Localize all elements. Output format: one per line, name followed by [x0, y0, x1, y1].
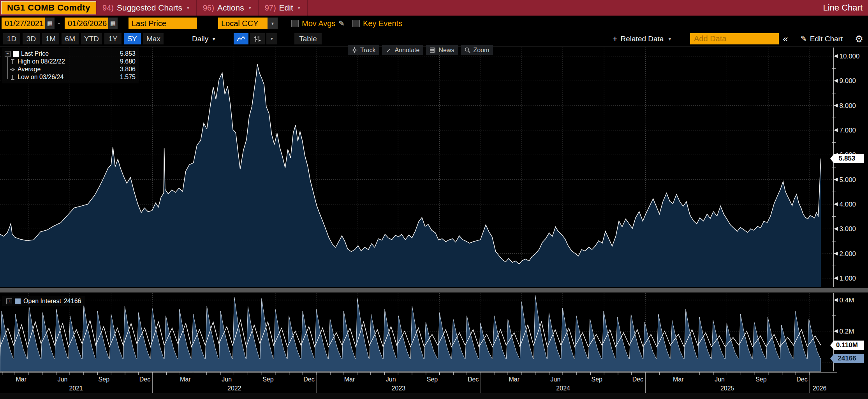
- date-from-value: 01/27/2021: [5, 19, 44, 28]
- chevron-down-icon: ▼: [248, 6, 252, 10]
- table-label: Table: [299, 35, 317, 43]
- mov-avgs-checkbox[interactable]: [291, 20, 299, 27]
- period-tab-1d[interactable]: 1D: [3, 33, 20, 44]
- crosshair-icon: [352, 47, 357, 53]
- calendar-icon[interactable]: ▦: [108, 18, 118, 29]
- average-marker-icon: [10, 67, 15, 72]
- month-label: Mar: [180, 376, 191, 383]
- legend-value: 3.806: [120, 66, 136, 73]
- legend-item-last-price[interactable]: − Last Price 5.853: [5, 50, 136, 58]
- price-axis-label-arrow: [834, 227, 838, 231]
- legend-value: 1.575: [120, 74, 136, 81]
- menu-label: Suggested Charts: [117, 3, 182, 12]
- period-tab-max[interactable]: Max: [143, 33, 164, 44]
- open-interest-area: [0, 295, 821, 371]
- price-axis-label-arrow: [834, 178, 838, 182]
- menu-suggested-charts[interactable]: 94) Suggested Charts ▼: [96, 0, 197, 16]
- period-tab-ytd[interactable]: YTD: [81, 33, 102, 44]
- line-chart-type-button[interactable]: [234, 33, 248, 44]
- table-button[interactable]: Table: [294, 33, 322, 44]
- line-chart-icon: [237, 36, 245, 42]
- menu-actions[interactable]: 96) Actions ▼: [197, 0, 259, 16]
- month-label: Jun: [386, 376, 396, 383]
- expand-legend-icon[interactable]: +: [6, 298, 12, 304]
- news-button[interactable]: News: [426, 45, 458, 55]
- key-events-label[interactable]: Key Events: [363, 18, 402, 29]
- oi-axis-label-arrow: [834, 298, 838, 302]
- annotate-button[interactable]: Annotate: [382, 45, 423, 55]
- menu-label: Edit: [279, 3, 293, 12]
- month-label: Jun: [551, 376, 561, 383]
- period-label: 1D: [7, 35, 16, 43]
- menu-number: 96): [203, 4, 214, 12]
- pencil-icon: ✎: [801, 34, 807, 43]
- magnifier-icon: [465, 47, 470, 53]
- price-axis-label-arrow: [834, 252, 838, 256]
- lower-panel-legend[interactable]: + Open Interest 24166: [2, 296, 85, 306]
- period-tab-1m[interactable]: 1M: [42, 33, 59, 44]
- month-label: Sep: [99, 376, 110, 383]
- related-data-button[interactable]: + Related Data ▼: [603, 33, 681, 44]
- legend-label: High on 08/22/22: [18, 58, 65, 65]
- edit-chart-label: Edit Chart: [810, 35, 843, 43]
- legend-item-high[interactable]: High on 08/22/22 9.680: [5, 58, 136, 65]
- legend-item-low[interactable]: Low on 03/26/24 1.575: [5, 73, 136, 81]
- turnover-line: [0, 320, 821, 347]
- add-data-placeholder: Add Data: [694, 34, 726, 43]
- frequency-dropdown[interactable]: Daily ▼: [186, 33, 222, 44]
- date-to-input[interactable]: 01/26/2026: [65, 18, 114, 29]
- month-label: Jun: [222, 376, 232, 383]
- chevron-down-icon: ▼: [667, 37, 672, 41]
- menu-number: 94): [102, 4, 114, 12]
- edit-chart-button[interactable]: ✎ Edit Chart: [794, 33, 849, 44]
- mov-avgs-label[interactable]: Mov Avgs ✎: [302, 18, 345, 29]
- settings-button[interactable]: ⚙: [852, 33, 866, 44]
- period-tab-1y[interactable]: 1Y: [104, 33, 121, 44]
- year-label: 2023: [392, 385, 406, 392]
- last-price-tag-value: 5.853: [839, 155, 856, 162]
- calendar-icon[interactable]: ▦: [45, 18, 55, 29]
- pencil-icon[interactable]: ✎: [338, 19, 345, 28]
- date-from-input[interactable]: 01/27/2021: [2, 18, 51, 29]
- period-tab-5y[interactable]: 5Y: [124, 33, 141, 44]
- date-range-separator: -: [58, 18, 60, 29]
- period-tab-3d[interactable]: 3D: [23, 33, 40, 44]
- date-to-value: 01/26/2026: [68, 19, 107, 28]
- period-label: 6M: [65, 35, 75, 43]
- oi-blue-tag-value: 24166: [838, 355, 856, 362]
- bar-chart-type-button[interactable]: [250, 33, 265, 44]
- legend-item-average[interactable]: Average 3.806: [5, 65, 136, 73]
- legend-label: Last Price: [21, 50, 49, 57]
- key-events-text: Key Events: [363, 19, 402, 28]
- chart-type-dropdown[interactable]: ▼: [266, 33, 277, 44]
- oi-white-axis-tag: 0.110M: [830, 341, 864, 350]
- panel-resize-divider[interactable]: [0, 288, 868, 293]
- currency-selector[interactable]: Local CCY: [218, 18, 273, 29]
- price-axis-label-arrow: [834, 276, 838, 280]
- price-axis-label-arrow: [834, 128, 838, 132]
- track-button[interactable]: Track: [348, 45, 379, 55]
- key-events-checkbox[interactable]: [352, 20, 360, 27]
- frequency-value: Daily: [192, 35, 208, 43]
- main-chart-legend: − Last Price 5.853 High on 08/22/22 9.68…: [2, 48, 139, 83]
- price-axis-label: 3.000: [840, 225, 856, 233]
- annotate-label: Annotate: [394, 47, 419, 54]
- year-label: 2025: [720, 385, 734, 392]
- collapse-panel-button[interactable]: «: [779, 33, 792, 44]
- add-data-input[interactable]: Add Data: [690, 33, 783, 44]
- period-tab-6m[interactable]: 6M: [62, 33, 79, 44]
- zoom-button[interactable]: Zoom: [461, 45, 493, 55]
- menu-edit[interactable]: 97) Edit ▼: [259, 0, 308, 16]
- month-label: Dec: [139, 376, 150, 383]
- legend-label: Average: [18, 66, 40, 73]
- year-label: 2021: [69, 385, 83, 392]
- field-selector[interactable]: Last Price: [129, 18, 197, 29]
- collapse-legend-icon[interactable]: −: [5, 51, 11, 57]
- period-label: YTD: [84, 35, 99, 43]
- year-label: 2026: [813, 385, 827, 392]
- security-ticker[interactable]: NG1 COMB Comdty: [1, 1, 96, 14]
- menu-number: 97): [265, 4, 276, 12]
- track-label: Track: [360, 47, 375, 54]
- price-axis-label: 9.000: [840, 77, 856, 85]
- currency-dropdown-button[interactable]: ▼: [268, 18, 278, 29]
